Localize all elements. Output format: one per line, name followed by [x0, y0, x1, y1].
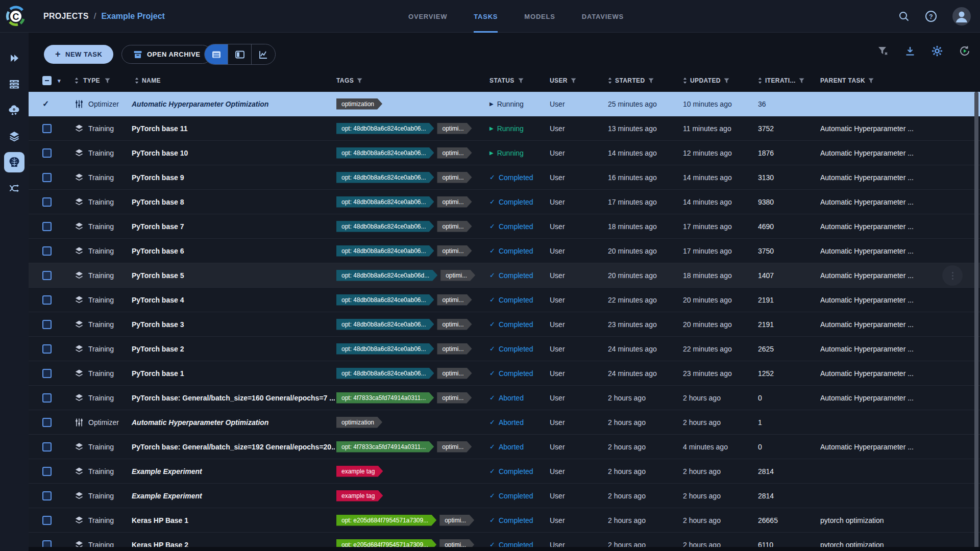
sort-icon[interactable] [135, 78, 139, 84]
sort-icon[interactable] [683, 78, 687, 84]
row-checkbox[interactable] [42, 418, 52, 427]
table-row[interactable]: ✓OptimizerAutomatic Hyperparameter Optim… [29, 92, 980, 116]
search-icon[interactable] [898, 11, 910, 22]
row-checkbox[interactable] [42, 295, 52, 305]
column-header-user[interactable]: USER [548, 69, 606, 92]
tag-badge[interactable]: opt: 48db0b8a6c824ce0ab06d... [336, 270, 437, 281]
tag-badge[interactable]: optimi... [437, 245, 472, 257]
tag-badge[interactable]: example tag [336, 466, 383, 477]
sidebar-item-datasets[interactable] [0, 123, 29, 149]
row-checkbox[interactable] [42, 369, 52, 378]
table-row[interactable]: TrainingPyTorch base 1opt: 48db0b8a6c824… [29, 361, 980, 386]
table-row[interactable]: TrainingPyTorch base: General/batch_size… [29, 386, 980, 410]
row-checkbox[interactable] [42, 124, 52, 133]
tag-badge[interactable]: optimi... [437, 392, 472, 404]
tag-badge[interactable]: opt: 48db0b8a6c824ce0ab06... [336, 368, 434, 379]
table-row[interactable]: TrainingPyTorch base 10opt: 48db0b8a6c82… [29, 141, 980, 165]
column-header-name[interactable]: NAME [131, 69, 335, 92]
tag-badge[interactable]: optimi... [437, 441, 472, 453]
table-row[interactable]: TrainingPyTorch base 3opt: 48db0b8a6c824… [29, 312, 980, 337]
tag-badge[interactable]: optimi... [439, 515, 474, 526]
row-checkbox[interactable] [42, 393, 52, 403]
tag-badge[interactable]: example tag [336, 490, 383, 502]
column-header-updated[interactable]: UPDATED [681, 69, 756, 92]
row-checkbox[interactable] [42, 344, 52, 354]
table-row[interactable]: TrainingPyTorch base 9opt: 48db0b8a6c824… [29, 165, 980, 190]
sidebar-item-pipelines[interactable] [0, 175, 29, 201]
tag-badge[interactable]: optimi... [437, 368, 472, 379]
open-archive-button[interactable]: OPEN ARCHIVE [121, 45, 212, 64]
tag-badge[interactable]: opt: 48db0b8a6c824ce0ab06... [336, 343, 434, 355]
table-row[interactable]: TrainingPyTorch base: General/batch_size… [29, 435, 980, 459]
row-checkbox[interactable] [42, 222, 52, 231]
tag-badge[interactable]: optimization [336, 98, 382, 110]
tag-badge[interactable]: opt: 48db0b8a6c824ce0ab06... [336, 172, 434, 183]
row-checkbox[interactable] [42, 173, 52, 182]
tab-models[interactable]: MODELS [524, 0, 555, 33]
tag-badge[interactable]: optimi... [437, 123, 472, 134]
sidebar-item-getting-started[interactable] [0, 45, 29, 71]
clearml-logo-icon[interactable]: C [5, 6, 27, 27]
tag-badge[interactable]: opt: 48db0b8a6c824ce0ab06... [336, 221, 434, 232]
table-view-button[interactable] [205, 44, 228, 64]
filter-icon[interactable] [105, 78, 110, 84]
tag-badge[interactable]: optimi... [437, 319, 472, 330]
user-avatar[interactable] [952, 7, 971, 26]
tag-badge[interactable]: optimi... [437, 172, 472, 183]
tag-badge[interactable]: opt: 48db0b8a6c824ce0ab06... [336, 196, 434, 208]
scrollbar-thumb[interactable] [974, 92, 978, 550]
row-checkbox[interactable] [42, 320, 52, 329]
row-checkbox[interactable] [42, 442, 52, 452]
new-task-button[interactable]: + NEW TASK [44, 45, 113, 64]
column-header-check[interactable]: ▾ [29, 69, 59, 92]
row-checkbox[interactable] [42, 148, 52, 158]
filter-icon[interactable] [357, 78, 362, 84]
row-checkmark[interactable]: ✓ [42, 99, 49, 109]
table-row[interactable]: TrainingExample Experimentexample tag✓Co… [29, 484, 980, 508]
tab-overview[interactable]: OVERVIEW [408, 0, 447, 33]
tag-badge[interactable]: optimi... [437, 221, 472, 232]
filter-icon[interactable] [648, 78, 654, 84]
row-menu-button[interactable] [942, 265, 963, 286]
tag-badge[interactable]: opt: 48db0b8a6c824ce0ab06... [336, 245, 434, 257]
split-view-button[interactable] [228, 44, 252, 64]
breadcrumb-projects[interactable]: PROJECTS [43, 12, 89, 21]
tag-badge[interactable]: optimi... [437, 343, 472, 355]
column-header-status[interactable]: STATUS [488, 69, 548, 92]
table-row[interactable]: TrainingPyTorch base 11opt: 48db0b8a6c82… [29, 116, 980, 141]
table-row[interactable]: TrainingPyTorch base 8opt: 48db0b8a6c824… [29, 190, 980, 214]
row-checkbox[interactable] [42, 491, 52, 500]
sidebar-item-autoscalers[interactable] [0, 97, 29, 123]
download-icon[interactable] [904, 45, 916, 57]
table-row[interactable]: TrainingPyTorch base 5opt: 48db0b8a6c824… [29, 263, 980, 288]
row-checkbox[interactable] [42, 197, 52, 207]
column-header-started[interactable]: STARTED [606, 69, 681, 92]
sidebar-item-workers-queues[interactable] [0, 71, 29, 97]
sort-icon[interactable] [758, 78, 762, 84]
breadcrumb-current-project[interactable]: Example Project [101, 12, 165, 21]
sidebar-item-projects[interactable] [0, 149, 29, 175]
row-checkbox[interactable] [42, 467, 52, 476]
sort-icon[interactable] [75, 78, 79, 84]
column-header-parent[interactable]: PARENT TASK [819, 69, 980, 92]
tag-badge[interactable]: optimization [336, 417, 382, 428]
table-row[interactable]: TrainingPyTorch base 4opt: 48db0b8a6c824… [29, 288, 980, 312]
tag-badge[interactable]: optimi... [437, 147, 472, 159]
row-checkbox[interactable] [42, 516, 52, 525]
tag-badge[interactable]: optimi... [437, 196, 472, 208]
settings-gear-icon[interactable] [932, 45, 943, 57]
tag-badge[interactable]: optimi... [440, 270, 475, 281]
tab-dataviews[interactable]: DATAVIEWS [582, 0, 624, 33]
column-header-iterations[interactable]: ITERATI... [756, 69, 819, 92]
tag-badge[interactable]: optimi... [437, 294, 472, 306]
clear-filters-icon[interactable] [877, 45, 889, 57]
row-checkbox[interactable] [42, 271, 52, 280]
tag-badge[interactable]: opt: e205d684f7954571a7309... [336, 515, 436, 526]
help-icon[interactable]: ? [925, 10, 937, 22]
tag-badge[interactable]: opt: 48db0b8a6c824ce0ab06... [336, 294, 434, 306]
table-row[interactable]: TrainingPyTorch base 7opt: 48db0b8a6c824… [29, 214, 980, 239]
auto-refresh-icon[interactable] [959, 45, 971, 57]
tab-tasks[interactable]: TASKS [474, 0, 498, 33]
table-row[interactable]: TrainingPyTorch base 2opt: 48db0b8a6c824… [29, 337, 980, 361]
table-row[interactable]: TrainingPyTorch base 6opt: 48db0b8a6c824… [29, 239, 980, 263]
